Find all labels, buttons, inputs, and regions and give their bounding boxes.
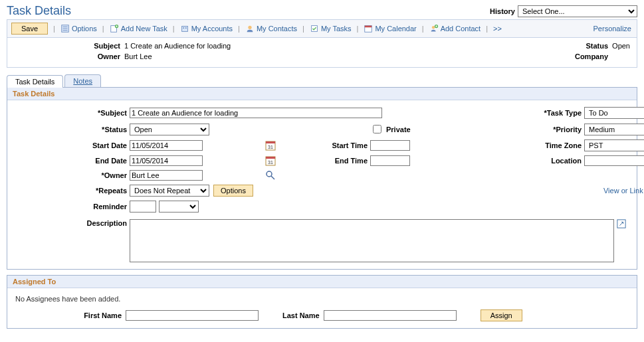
task-details-panel: Task Details *Subject *Task Type To Do *… <box>7 88 637 270</box>
tabs: Task Details Notes <box>7 74 637 88</box>
tasks-icon <box>310 24 319 33</box>
separator: | <box>419 25 427 33</box>
svg-rect-16 <box>266 157 275 159</box>
tab-notes[interactable]: Notes <box>64 74 101 87</box>
my-contacts-link[interactable]: My Contacts <box>245 24 297 33</box>
status-select[interactable]: Open <box>130 124 209 135</box>
calendar-icon <box>364 24 373 33</box>
separator: | <box>235 25 243 33</box>
starttime-label: Start Time <box>288 141 368 149</box>
assign-button[interactable]: Assign <box>481 309 522 321</box>
svg-rect-13 <box>266 141 275 143</box>
private-label: Private <box>386 126 411 133</box>
subject-label: *Subject <box>14 109 127 117</box>
repeat-options-button[interactable]: Options <box>213 185 253 197</box>
tasktype-label: *Task Type <box>515 109 582 117</box>
summary-company-label: Company <box>542 52 608 60</box>
toolbar: Save | Options | Add New Task | My Accou… <box>7 19 637 38</box>
repeats-label: *Repeats <box>14 187 127 195</box>
history-select[interactable]: Select One... <box>518 5 637 17</box>
firstname-label: First Name <box>15 311 122 319</box>
my-accounts-label: My Accounts <box>191 25 233 33</box>
save-button[interactable]: Save <box>11 23 48 35</box>
summary-box: Subject 1 Create an Audience for loading… <box>7 38 637 68</box>
contacts-icon <box>245 24 255 33</box>
svg-rect-9 <box>365 26 372 28</box>
my-tasks-label: My Tasks <box>321 25 352 33</box>
options-label: Options <box>72 25 97 33</box>
personalize-link[interactable]: Personalize <box>593 25 631 33</box>
my-calendar-link[interactable]: My Calendar <box>364 24 416 33</box>
page-title: Task Details <box>7 4 71 18</box>
svg-point-18 <box>267 171 272 177</box>
history-label: History <box>490 7 515 15</box>
svg-text:31: 31 <box>268 160 273 165</box>
repeats-select[interactable]: Does Not Repeat <box>130 185 209 197</box>
lookup-icon[interactable] <box>265 170 276 181</box>
summary-company-value <box>612 52 630 60</box>
description-label: Description <box>14 219 127 227</box>
description-textarea[interactable] <box>130 219 614 262</box>
status-label: *Status <box>14 126 127 133</box>
separator: | <box>51 25 58 33</box>
calendar-picker-icon[interactable]: 31 <box>265 140 276 151</box>
svg-point-10 <box>432 26 435 29</box>
summary-subject-value: 1 Create an Audience for loading <box>124 42 231 50</box>
owner-input[interactable] <box>130 170 203 181</box>
subject-input[interactable] <box>130 108 382 118</box>
options-link[interactable]: Options <box>60 24 97 33</box>
svg-rect-4 <box>183 27 184 29</box>
add-contact-link[interactable]: Add Contact <box>429 24 481 33</box>
expand-icon[interactable] <box>617 219 630 228</box>
timezone-select[interactable]: PST <box>584 139 644 151</box>
separator: | <box>354 25 362 33</box>
startdate-label: Start Date <box>14 141 127 149</box>
starttime-input[interactable] <box>370 140 410 151</box>
summary-status-value: Open <box>612 42 630 50</box>
summary-subject-label: Subject <box>14 42 120 50</box>
accounts-icon <box>180 24 189 33</box>
startdate-input[interactable] <box>130 140 203 151</box>
add-contact-icon <box>429 24 439 33</box>
summary-owner-value: Burt Lee <box>124 52 231 60</box>
private-checkbox[interactable] <box>373 125 381 133</box>
location-input[interactable] <box>584 155 644 166</box>
no-assignees-msg: No Assignees have been added. <box>7 288 637 309</box>
my-tasks-link[interactable]: My Tasks <box>310 24 352 33</box>
summary-status-label: Status <box>542 42 608 50</box>
panel-title: Task Details <box>7 88 637 100</box>
summary-owner-label: Owner <box>14 52 120 60</box>
location-label: Location <box>515 157 582 165</box>
related-objects-link[interactable]: View or Link Related Objects <box>515 187 644 195</box>
tab-task-details[interactable]: Task Details <box>7 75 63 88</box>
reminder-label: Reminder <box>14 203 127 211</box>
separator: | <box>100 25 107 33</box>
my-calendar-label: My Calendar <box>375 25 416 33</box>
svg-point-6 <box>248 26 251 29</box>
my-contacts-label: My Contacts <box>257 25 297 33</box>
add-task-label: Add New Task <box>121 25 167 33</box>
firstname-input[interactable] <box>126 310 259 321</box>
add-task-icon <box>110 24 119 33</box>
endtime-input[interactable] <box>370 155 410 166</box>
svg-rect-5 <box>185 27 187 29</box>
lastname-label: Last Name <box>263 311 320 319</box>
priority-label: *Priority <box>515 126 582 133</box>
assigned-panel-title: Assigned To <box>7 276 637 288</box>
more-link[interactable]: >> <box>493 25 502 33</box>
endtime-label: End Time <box>288 157 368 165</box>
enddate-input[interactable] <box>130 155 203 166</box>
owner-label: *Owner <box>14 171 127 179</box>
timezone-label: Time Zone <box>515 141 582 149</box>
my-accounts-link[interactable]: My Accounts <box>180 24 233 33</box>
separator: | <box>300 25 307 33</box>
add-task-link[interactable]: Add New Task <box>110 24 167 33</box>
reminder-unit-select[interactable] <box>159 201 199 213</box>
calendar-picker-icon[interactable]: 31 <box>265 155 276 166</box>
enddate-label: End Date <box>14 157 127 165</box>
reminder-value-input[interactable] <box>130 201 156 213</box>
tasktype-select[interactable]: To Do <box>584 107 644 119</box>
svg-rect-3 <box>181 27 187 32</box>
lastname-input[interactable] <box>324 310 457 321</box>
priority-select[interactable]: Medium <box>584 124 644 135</box>
